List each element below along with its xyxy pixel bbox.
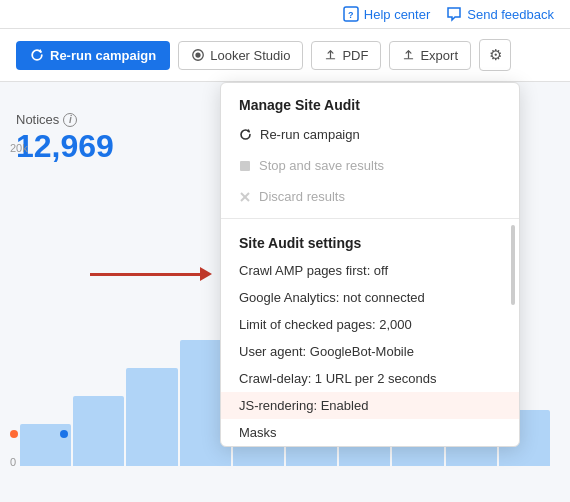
upload-icon	[324, 49, 337, 62]
y-axis-20k: 20k	[10, 142, 28, 154]
looker-icon	[191, 48, 205, 62]
stop-save-label: Stop and save results	[259, 158, 384, 173]
svg-text:?: ?	[348, 10, 354, 20]
help-center-label: Help center	[364, 7, 430, 22]
pdf-button[interactable]: PDF	[311, 41, 381, 70]
js-rendering-label: JS-rendering: Enabled	[239, 398, 368, 413]
settings-button[interactable]: ⚙	[479, 39, 511, 71]
send-feedback-label: Send feedback	[467, 7, 554, 22]
google-analytics-item: Google Analytics: not connected	[221, 284, 519, 311]
action-bar: Re-run campaign Looker Studio PDF Export…	[0, 29, 570, 82]
js-rendering-item: JS-rendering: Enabled	[221, 392, 519, 419]
notices-label-row: Notices i	[16, 112, 114, 127]
main-content: Notices i 12,969 20k 0	[0, 82, 570, 496]
rerun-icon	[30, 48, 44, 62]
limit-pages-label: Limit of checked pages: 2,000	[239, 317, 412, 332]
svg-rect-4	[240, 161, 250, 171]
info-icon[interactable]: i	[63, 113, 77, 127]
google-analytics-label: Google Analytics: not connected	[239, 290, 425, 305]
crawl-delay-item: Crawl-delay: 1 URL per 2 seconds	[221, 365, 519, 392]
help-center-link[interactable]: ? Help center	[343, 6, 430, 22]
help-icon: ?	[343, 6, 359, 22]
discard-results-item: Discard results	[221, 181, 519, 212]
looker-label: Looker Studio	[210, 48, 290, 63]
x-icon	[239, 191, 251, 203]
gear-icon: ⚙	[489, 46, 502, 64]
stop-save-item: Stop and save results	[221, 150, 519, 181]
discard-label: Discard results	[259, 189, 345, 204]
manage-site-audit-title: Manage Site Audit	[221, 83, 519, 119]
y-axis-0: 0	[10, 456, 16, 468]
crawl-amp-label: Crawl AMP pages first: off	[239, 263, 388, 278]
user-agent-item: User agent: GoogleBot-Mobile	[221, 338, 519, 365]
notices-text: Notices	[16, 112, 59, 127]
feedback-icon	[446, 6, 462, 22]
site-audit-settings-title: Site Audit settings	[221, 225, 519, 257]
crawl-amp-item: Crawl AMP pages first: off	[221, 257, 519, 284]
rerun-label: Re-run campaign	[50, 48, 156, 63]
top-bar: ? Help center Send feedback	[0, 0, 570, 29]
pdf-label: PDF	[342, 48, 368, 63]
export-button[interactable]: Export	[389, 41, 471, 70]
dropdown-panel: Manage Site Audit Re-run campaign Stop a…	[220, 82, 520, 447]
limit-pages-item: Limit of checked pages: 2,000	[221, 311, 519, 338]
rerun-campaign-item[interactable]: Re-run campaign	[221, 119, 519, 150]
user-agent-label: User agent: GoogleBot-Mobile	[239, 344, 414, 359]
rerun-campaign-button[interactable]: Re-run campaign	[16, 41, 170, 70]
bar-3	[126, 368, 177, 466]
notices-count: 12,969	[16, 127, 114, 165]
arrow-line	[90, 273, 200, 276]
masks-item: Masks	[221, 419, 519, 446]
looker-studio-button[interactable]: Looker Studio	[178, 41, 303, 70]
stop-icon	[239, 160, 251, 172]
arrow-head	[200, 267, 212, 281]
export-label: Export	[420, 48, 458, 63]
export-icon	[402, 49, 415, 62]
svg-point-3	[196, 52, 201, 57]
bar-2	[73, 396, 124, 466]
scrollbar[interactable]	[511, 225, 515, 305]
rerun-campaign-item-label: Re-run campaign	[260, 127, 360, 142]
notices-section: Notices i 12,969	[16, 112, 114, 165]
rerun-small-icon	[239, 128, 252, 141]
arrow-indicator	[90, 267, 212, 281]
divider	[221, 218, 519, 219]
blue-dot	[60, 430, 68, 438]
orange-dot	[10, 430, 18, 438]
crawl-delay-label: Crawl-delay: 1 URL per 2 seconds	[239, 371, 437, 386]
send-feedback-link[interactable]: Send feedback	[446, 6, 554, 22]
masks-label: Masks	[239, 425, 277, 440]
